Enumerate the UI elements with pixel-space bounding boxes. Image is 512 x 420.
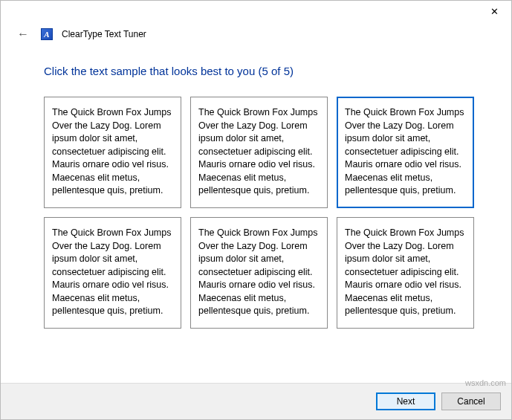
sample-grid: The Quick Brown Fox Jumps Over the Lazy … xyxy=(44,97,474,329)
text-sample-6[interactable]: The Quick Brown Fox Jumps Over the Lazy … xyxy=(337,217,474,329)
page-heading: Click the text sample that looks best to… xyxy=(44,65,474,77)
app-icon: A xyxy=(41,28,53,40)
next-button[interactable]: Next xyxy=(376,392,435,410)
text-sample-5[interactable]: The Quick Brown Fox Jumps Over the Lazy … xyxy=(190,217,328,329)
text-sample-4[interactable]: The Quick Brown Fox Jumps Over the Lazy … xyxy=(44,217,181,329)
app-title: ClearType Text Tuner xyxy=(62,29,146,39)
text-sample-2[interactable]: The Quick Brown Fox Jumps Over the Lazy … xyxy=(190,97,328,208)
close-button[interactable]: ✕ xyxy=(478,1,511,22)
footer-bar: Next Cancel xyxy=(1,383,511,419)
cancel-button[interactable]: Cancel xyxy=(441,392,501,410)
back-arrow-icon[interactable]: ← xyxy=(14,26,32,42)
header-bar: ← A ClearType Text Tuner xyxy=(1,23,511,50)
text-sample-3[interactable]: The Quick Brown Fox Jumps Over the Lazy … xyxy=(337,97,474,208)
content-area: Click the text sample that looks best to… xyxy=(1,50,511,383)
titlebar: ✕ xyxy=(1,1,511,23)
text-sample-1[interactable]: The Quick Brown Fox Jumps Over the Lazy … xyxy=(44,97,181,208)
window-frame: ✕ ← A ClearType Text Tuner Click the tex… xyxy=(0,0,512,420)
